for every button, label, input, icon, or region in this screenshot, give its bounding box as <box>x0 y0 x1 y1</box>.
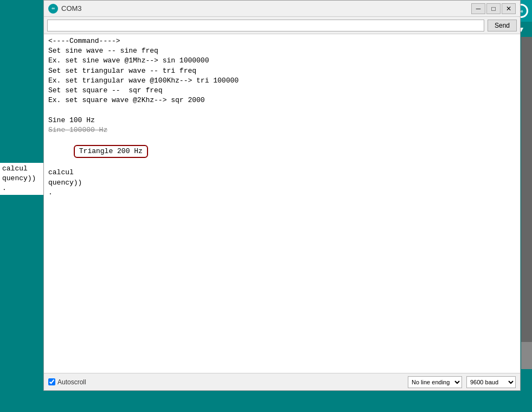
output-line-9: Sine 100 Hz <box>48 116 516 125</box>
output-line-2: Set sine wave -- sine freq <box>48 46 516 56</box>
bg-line-2: quency)) <box>2 174 41 183</box>
output-line-8 <box>48 105 516 115</box>
line-ending-select[interactable]: No line ending Newline Carriage return B… <box>408 376 462 388</box>
output-area[interactable]: <----Command----> Set sine wave -- sine … <box>44 34 520 373</box>
send-button[interactable]: Send <box>488 20 517 31</box>
output-line-7: Ex. set square wave @2Khz--> sqr 2000 <box>48 96 516 105</box>
highlighted-triangle-line: Triangle 200 Hz <box>74 145 148 158</box>
serial-input[interactable] <box>47 20 484 31</box>
output-line-13: quency)) <box>48 178 516 188</box>
autoscroll-label[interactable]: Autoscroll <box>48 378 86 386</box>
output-line-14: . <box>48 188 516 198</box>
arduino-icon: ∞ <box>48 4 58 14</box>
right-scrollbar-thumb[interactable] <box>521 342 532 369</box>
autoscroll-checkbox[interactable] <box>48 378 55 385</box>
close-button[interactable]: ✕ <box>502 3 516 14</box>
baud-rate-select[interactable]: 300 baud 1200 baud 2400 baud 4800 baud 9… <box>466 376 516 388</box>
window-title: COM3 <box>61 4 471 12</box>
bg-line-3: . <box>2 183 41 193</box>
output-line-4: Set set triangular wave -- tri freq <box>48 66 516 76</box>
background-code: calcul quency)) . <box>0 163 43 195</box>
bottom-bar: Autoscroll No line ending Newline Carria… <box>44 373 520 390</box>
bg-line-1: calcul <box>2 164 41 174</box>
output-line-6: Set set square -- sqr freq <box>48 86 516 96</box>
maximize-button[interactable]: □ <box>486 3 501 14</box>
serial-monitor-window: ∞ COM3 ─ □ ✕ Send <----Command----> Set … <box>43 0 521 391</box>
output-line-11: Triangle 200 Hz <box>48 135 516 168</box>
title-bar: ∞ COM3 ─ □ ✕ <box>44 1 520 17</box>
output-line-5: Ex. set triangular wave @100Khz--> tri 1… <box>48 76 516 86</box>
output-line-3: Ex. set sine wave @1Mhz--> sin 1000000 <box>48 56 516 66</box>
output-line-1: <----Command----> <box>48 36 516 46</box>
title-controls: ─ □ ✕ <box>471 3 516 14</box>
output-line-10: Sine 100000 Hz <box>48 125 516 135</box>
input-bar: Send <box>44 17 520 34</box>
output-line-12: calcul <box>48 168 516 178</box>
minimize-button[interactable]: ─ <box>471 3 485 14</box>
bottom-teal-strip <box>43 391 521 412</box>
right-scrollbar-track[interactable] <box>521 37 532 352</box>
